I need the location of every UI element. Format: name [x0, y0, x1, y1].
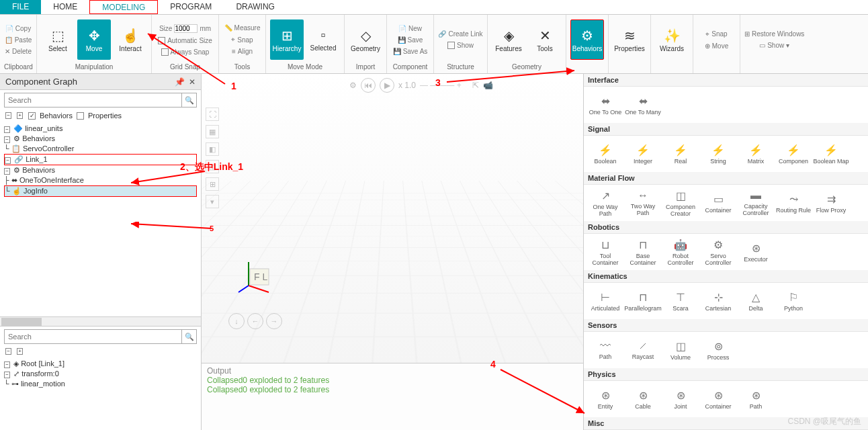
search-icon[interactable]: 🔍	[182, 93, 197, 108]
measure-button[interactable]: 📏 Measure	[224, 24, 261, 32]
item-real[interactable]: ⚡Real	[662, 137, 699, 171]
tree-onetoone[interactable]: ├ ⬌ OneToOneInterface	[4, 175, 197, 185]
auto-size-check[interactable]: Automatic Size	[158, 36, 212, 45]
item-executor[interactable]: ⊛Executor	[737, 235, 775, 269]
tree2-motion[interactable]: └ ⊶ linear_motion	[4, 379, 197, 389]
axis-widget[interactable]: F L	[235, 255, 275, 296]
play-button[interactable]: ▶	[380, 78, 394, 93]
viewport-3d[interactable]: ⚙ ⏮ ▶ x 1.0 — ——— + ⇱ 📹 ⛶ ▦ ◧ ◫ ⊞ ▾ F L	[202, 74, 583, 363]
tree-scrollbar[interactable]	[0, 316, 201, 326]
properties-filter-check[interactable]	[77, 112, 84, 120]
item-cable[interactable]: ⊛Cable	[624, 382, 662, 416]
item-scara[interactable]: ⊤Scara	[662, 284, 699, 318]
search-input-2[interactable]	[4, 329, 182, 344]
copy-button[interactable]: 📄 Copy	[5, 24, 31, 33]
paste-button[interactable]: 📋 Paste	[5, 36, 32, 44]
tree-link1[interactable]: − 🔗 Link_1	[4, 154, 197, 165]
select-button[interactable]: ⬚Select	[41, 19, 75, 60]
expand-all-icon[interactable]: +	[17, 112, 23, 119]
tab-file[interactable]: FILE	[0, 0, 41, 14]
pin-icon[interactable]: 📌	[175, 77, 185, 87]
save-button[interactable]: 💾 Save	[398, 36, 423, 44]
show-check[interactable]: Show	[447, 41, 474, 50]
item-articulated[interactable]: ⊢Articulated	[587, 284, 624, 318]
create-link-button[interactable]: 🔗 Create Link	[438, 30, 482, 38]
item-delta[interactable]: △Delta	[737, 284, 775, 318]
tree2-root[interactable]: − ◈ Root [Link_1]	[4, 359, 197, 369]
item-path-sensor[interactable]: 〰Path	[587, 333, 624, 367]
tab-drawing[interactable]: DRAWING	[224, 0, 287, 14]
item-integer[interactable]: ⚡Integer	[624, 137, 662, 171]
side-icon-6[interactable]: ▾	[206, 195, 219, 208]
item-oneway[interactable]: ↗One Way Path	[587, 186, 624, 220]
item-parallel[interactable]: ⊓Parallelogram	[624, 284, 662, 318]
settings-icon[interactable]: ⚙	[349, 81, 357, 90]
always-snap-check[interactable]: Always Snap	[161, 48, 210, 56]
features-button[interactable]: ◈Features	[492, 19, 525, 60]
side-icon-1[interactable]: ⛶	[206, 108, 219, 121]
item-joint[interactable]: ⊛Joint	[662, 382, 699, 416]
item-python-kin[interactable]: ⚐Python	[775, 284, 812, 318]
size-field[interactable]: Size mm	[159, 24, 211, 34]
snap2-button[interactable]: ⌖ Snap	[705, 30, 727, 39]
nav-left-icon[interactable]: ←	[247, 313, 263, 329]
properties-button[interactable]: ≋Properties	[613, 19, 646, 60]
item-flowproxy[interactable]: ⇉Flow Proxy	[812, 186, 850, 220]
geom-tools-button[interactable]: ✕Tools	[528, 19, 562, 60]
wizards-button[interactable]: ✨Wizards	[655, 19, 689, 60]
item-capacity[interactable]: ▬Capacity Controller	[737, 186, 775, 220]
nav-down-icon[interactable]: ↓	[228, 313, 245, 329]
new-button[interactable]: 📄 New	[398, 24, 422, 33]
tree2-transform[interactable]: − ⤢ transform:0	[4, 369, 197, 379]
collapse-all-icon-2[interactable]: −	[5, 348, 11, 355]
snap-button[interactable]: ⌖ Snap	[231, 35, 253, 44]
item-twoway[interactable]: ↔Two Way Path	[624, 186, 662, 220]
nav-right-icon[interactable]: →	[266, 313, 282, 329]
item-robot-ctrl[interactable]: 🤖Robot Controller	[662, 235, 699, 269]
camera-icon[interactable]: 📹	[483, 81, 493, 90]
item-boolean[interactable]: ⚡Boolean	[587, 137, 624, 171]
behaviors-filter-check[interactable]	[28, 112, 36, 120]
item-tool-container[interactable]: ⊔Tool Container	[587, 235, 624, 269]
export-icon[interactable]: ⇱	[472, 81, 479, 90]
item-volume[interactable]: ◫Volume	[662, 333, 699, 367]
tab-modeling[interactable]: MODELING	[89, 0, 158, 14]
tree-behaviors[interactable]: − ⚙ Behaviors	[4, 134, 197, 144]
item-one-to-one[interactable]: ⬌One To One	[587, 88, 624, 122]
tree-root[interactable]: − 🔷 linear_units	[4, 124, 197, 134]
tab-home[interactable]: HOME	[41, 0, 89, 14]
tree-servo[interactable]: └ 📋 ServoController	[4, 144, 197, 154]
item-one-to-many[interactable]: ⬌One To Many	[624, 88, 662, 122]
align-button[interactable]: ≡ Align	[232, 47, 253, 56]
interact-button[interactable]: ☝Interact	[114, 19, 147, 60]
tab-program[interactable]: PROGRAM	[158, 0, 224, 14]
item-process-sensor[interactable]: ⊚Process	[699, 333, 737, 367]
collapse-all-icon[interactable]: −	[5, 112, 11, 119]
search-input[interactable]	[4, 93, 182, 108]
rewind-button[interactable]: ⏮	[361, 78, 376, 93]
item-raycast[interactable]: ⟋Raycast	[624, 333, 662, 367]
item-container[interactable]: ▭Container	[699, 186, 737, 220]
close-icon[interactable]: ✕	[189, 77, 196, 87]
show-dropdown[interactable]: ▭ Show ▾	[759, 41, 789, 50]
item-boolean-map[interactable]: ⚡Boolean Map	[812, 137, 850, 171]
restore-windows-button[interactable]: ⊞ Restore Windows	[744, 30, 804, 38]
selected-button[interactable]: ▫Selected	[306, 19, 340, 60]
item-string[interactable]: ⚡String	[699, 137, 737, 171]
item-servo-ctrl[interactable]: ⚙Servo Controller	[699, 235, 737, 269]
hierarchy-button[interactable]: ⊞Hierarchy	[270, 19, 304, 60]
side-icon-5[interactable]: ⊞	[206, 177, 219, 191]
expand-all-icon-2[interactable]: +	[17, 348, 23, 355]
behaviors-button[interactable]: ⚙Behaviors	[570, 19, 604, 60]
item-matrix[interactable]: ⚡Matrix	[737, 137, 775, 171]
item-entity[interactable]: ⊛Entity	[587, 382, 624, 416]
geometry-import-button[interactable]: ◇Geometry	[349, 19, 382, 60]
item-creator[interactable]: ◫Componen Creator	[662, 186, 699, 220]
move2-button[interactable]: ⊕ Move	[705, 42, 728, 50]
side-icon-2[interactable]: ▦	[206, 125, 219, 138]
item-base-container[interactable]: ⊓Base Container	[624, 235, 662, 269]
search-icon-2[interactable]: 🔍	[182, 329, 197, 344]
item-componen-signal[interactable]: ⚡Componen	[775, 137, 812, 171]
saveas-button[interactable]: 💾 Save As	[393, 47, 428, 56]
delete-button[interactable]: ✕ Delete	[5, 47, 32, 56]
